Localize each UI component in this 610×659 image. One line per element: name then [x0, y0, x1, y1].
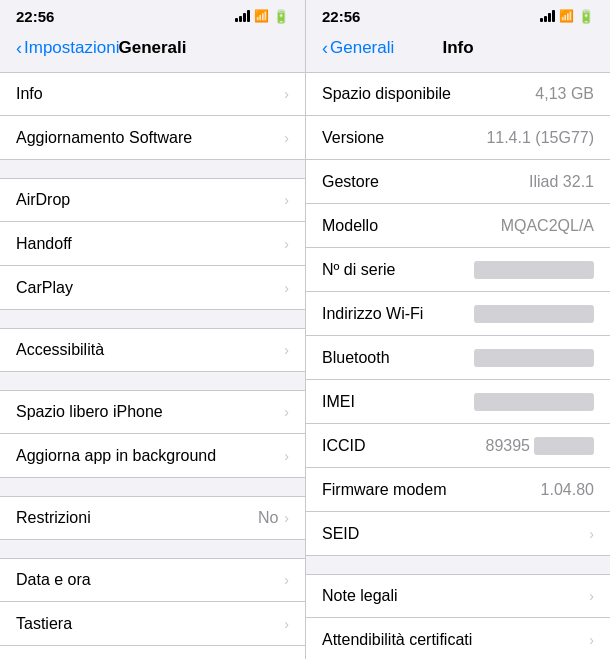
info-list: Spazio disponibile 4,13 GB Versione 11.4… [306, 72, 610, 659]
item-right-data-ora: › [284, 572, 289, 588]
chevron-left-icon: ‹ [16, 38, 22, 59]
settings-list: Info › Aggiornamento Software › AirDrop … [0, 72, 305, 659]
status-icons-right: 📶 🔋 [540, 9, 594, 24]
chevron-icon-seid: › [589, 526, 594, 542]
label-iccid: ICCID [322, 437, 366, 455]
label-wifi: Indirizzo Wi-Fi [322, 305, 423, 323]
back-label-left[interactable]: Impostazioni [24, 38, 119, 58]
list-item-aggiornamento[interactable]: Aggiornamento Software › [0, 116, 305, 160]
item-label-aggiornamento: Aggiornamento Software [16, 129, 192, 147]
chevron-icon: › [284, 572, 289, 588]
value-modello: MQAC2QL/A [501, 217, 594, 235]
item-label-carplay: CarPlay [16, 279, 73, 297]
item-right-carplay: › [284, 280, 289, 296]
item-right-attendibilita: › [589, 632, 594, 648]
label-versione: Versione [322, 129, 384, 147]
chevron-icon-note: › [589, 588, 594, 604]
status-time-right: 22:56 [322, 8, 360, 25]
gap-3 [0, 372, 305, 390]
item-label-aggiorna-app: Aggiorna app in background [16, 447, 216, 465]
list-item-carplay[interactable]: CarPlay › [0, 266, 305, 310]
item-right-aggiornamento: › [284, 130, 289, 146]
item-right-info: › [284, 86, 289, 102]
value-firmware: 1.04.80 [541, 481, 594, 499]
info-gap-1 [306, 556, 610, 574]
list-item-handoff[interactable]: Handoff › [0, 222, 305, 266]
battery-icon-right: 🔋 [578, 9, 594, 24]
blurred-bluetooth [474, 349, 594, 367]
item-right-note: › [589, 588, 594, 604]
chevron-icon-attendibilita: › [589, 632, 594, 648]
gap-5 [0, 540, 305, 558]
wifi-icon-right: 📶 [559, 9, 574, 23]
chevron-icon: › [284, 448, 289, 464]
left-screen: 22:56 📶 🔋 ‹ Impostazioni Generali Info [0, 0, 305, 659]
item-label-data-ora: Data e ora [16, 571, 91, 589]
value-spazio-disp: 4,13 GB [535, 85, 594, 103]
info-item-seid[interactable]: SEID › [306, 512, 610, 556]
chevron-icon: › [284, 342, 289, 358]
list-item-aggiorna-app[interactable]: Aggiorna app in background › [0, 434, 305, 478]
list-item-info[interactable]: Info › [0, 72, 305, 116]
item-label-info: Info [16, 85, 43, 103]
info-item-note[interactable]: Note legali › [306, 574, 610, 618]
chevron-left-icon-right: ‹ [322, 38, 328, 59]
back-button-right[interactable]: ‹ Generali [322, 38, 394, 59]
item-label-airdrop: AirDrop [16, 191, 70, 209]
list-item-accessibilita[interactable]: Accessibilità › [0, 328, 305, 372]
info-section-1: Spazio disponibile 4,13 GB Versione 11.4… [306, 72, 610, 556]
info-item-firmware: Firmware modem 1.04.80 [306, 468, 610, 512]
info-item-spazio: Spazio disponibile 4,13 GB [306, 72, 610, 116]
chevron-icon: › [284, 280, 289, 296]
list-item-tastiera[interactable]: Tastiera › [0, 602, 305, 646]
list-item-spazio[interactable]: Spazio libero iPhone › [0, 390, 305, 434]
item-label-accessibilita: Accessibilità [16, 341, 104, 359]
chevron-icon: › [284, 86, 289, 102]
list-item-restrizioni[interactable]: Restrizioni No › [0, 496, 305, 540]
iccid-partial-text: 89395 [486, 437, 531, 455]
chevron-icon: › [284, 130, 289, 146]
nav-bar-left: ‹ Impostazioni Generali [0, 28, 305, 72]
wifi-icon: 📶 [254, 9, 269, 23]
label-imei: IMEI [322, 393, 355, 411]
label-gestore: Gestore [322, 173, 379, 191]
item-right-spazio: › [284, 404, 289, 420]
nav-bar-right: ‹ Generali Info [306, 28, 610, 72]
item-right-accessibilita: › [284, 342, 289, 358]
label-seid: SEID [322, 525, 359, 543]
battery-icon: 🔋 [273, 9, 289, 24]
gap-2 [0, 310, 305, 328]
info-item-imei: IMEI [306, 380, 610, 424]
back-label-right[interactable]: Generali [330, 38, 394, 58]
section-2: AirDrop › Handoff › CarPlay › [0, 178, 305, 310]
item-right-handoff: › [284, 236, 289, 252]
label-firmware: Firmware modem [322, 481, 446, 499]
section-6: Data e ora › Tastiera › [0, 558, 305, 646]
blurred-imei [474, 393, 594, 411]
item-label-handoff: Handoff [16, 235, 72, 253]
blurred-serie [474, 261, 594, 279]
nav-title-left: Generali [118, 38, 186, 58]
info-item-wifi: Indirizzo Wi-Fi [306, 292, 610, 336]
list-item-data-ora[interactable]: Data e ora › [0, 558, 305, 602]
item-right-restrizioni: No › [258, 509, 289, 527]
item-right-aggiorna-app: › [284, 448, 289, 464]
info-item-gestore: Gestore Iliad 32.1 [306, 160, 610, 204]
list-item-airdrop[interactable]: AirDrop › [0, 178, 305, 222]
info-item-attendibilita[interactable]: Attendibilità certificati › [306, 618, 610, 659]
status-time-left: 22:56 [16, 8, 54, 25]
label-serie: Nº di serie [322, 261, 395, 279]
section-4: Spazio libero iPhone › Aggiorna app in b… [0, 390, 305, 478]
info-item-versione: Versione 11.4.1 (15G77) [306, 116, 610, 160]
chevron-icon: › [284, 510, 289, 526]
blurred-wifi [474, 305, 594, 323]
label-spazio-disp: Spazio disponibile [322, 85, 451, 103]
section-5: Restrizioni No › [0, 496, 305, 540]
item-right-seid: › [589, 526, 594, 542]
back-button-left[interactable]: ‹ Impostazioni [16, 38, 119, 59]
item-label-spazio: Spazio libero iPhone [16, 403, 163, 421]
section-3: Accessibilità › [0, 328, 305, 372]
item-label-restrizioni: Restrizioni [16, 509, 91, 527]
info-section-2: Note legali › Attendibilità certificati … [306, 574, 610, 659]
info-item-iccid: ICCID 89395 [306, 424, 610, 468]
